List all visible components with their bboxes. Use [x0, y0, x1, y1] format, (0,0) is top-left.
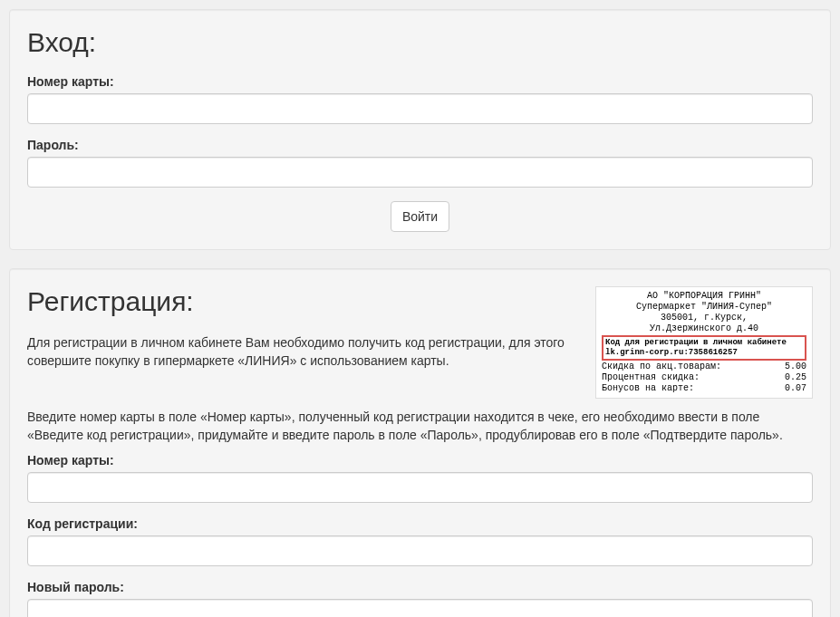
receipt-text: 0.07: [785, 383, 806, 394]
register-card-input[interactable]: [27, 472, 813, 503]
receipt-text: АО "КОРПОРАЦИЯ ГРИНН": [602, 291, 806, 302]
login-card-label: Номер карты:: [27, 74, 114, 89]
register-new-password-input[interactable]: [27, 599, 813, 617]
receipt-text: Процентная скидка:: [602, 372, 700, 383]
receipt-example-image: АО "КОРПОРАЦИЯ ГРИНН" Супермаркет "ЛИНИЯ…: [595, 286, 813, 399]
receipt-text: 5.00: [785, 362, 806, 372]
register-instruction-text: Введите номер карты в поле «Номер карты»…: [27, 408, 813, 444]
login-submit-button[interactable]: Войти: [391, 201, 449, 232]
receipt-text: Супермаркет "ЛИНИЯ-Супер": [602, 302, 806, 313]
login-password-label: Пароль:: [27, 138, 79, 152]
receipt-text: 0.25: [785, 372, 806, 383]
receipt-text: Скидка по акц.товарам:: [602, 362, 721, 372]
receipt-text: Ул.Дзержинского д.40: [602, 323, 806, 334]
register-panel: АО "КОРПОРАЦИЯ ГРИНН" Супермаркет "ЛИНИЯ…: [9, 268, 831, 617]
register-code-label: Код регистрации:: [27, 516, 138, 531]
register-card-label: Номер карты:: [27, 453, 114, 468]
receipt-highlight-text: Код для регистрации в личном кабинете: [605, 338, 803, 348]
login-password-input[interactable]: [27, 157, 813, 188]
login-card-input[interactable]: [27, 93, 813, 124]
receipt-text: 305001, г.Курск,: [602, 313, 806, 323]
login-panel: Вход: Номер карты: Пароль: Войти: [9, 9, 831, 250]
receipt-highlight-text: lk.grinn-corp.ru:7358616257: [605, 348, 803, 358]
login-heading: Вход:: [27, 27, 813, 58]
register-code-input[interactable]: [27, 535, 813, 566]
register-new-password-label: Новый пароль:: [27, 580, 124, 594]
receipt-text: Бонусов на карте:: [602, 383, 694, 394]
